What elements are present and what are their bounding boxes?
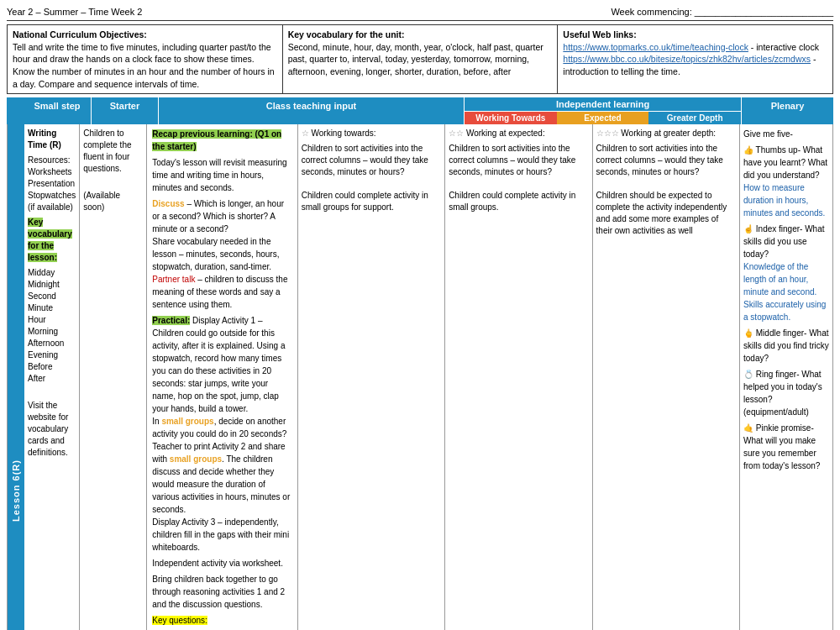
plenary-intro: Give me five-: [743, 128, 829, 140]
plenary-index-link: Knowledge of the length of an hour, minu…: [743, 262, 826, 322]
recap-label: Recap previous learning: (Q1 on the star…: [152, 129, 281, 151]
partner-label: Partner talk: [152, 275, 195, 284]
header-expected: Expected: [557, 112, 649, 124]
bring-back: Bring children back together to go throu…: [152, 573, 291, 611]
header-small-step: Small step: [24, 97, 91, 124]
header-starter: Starter: [91, 97, 158, 124]
depth-detail: Children to sort activities into the cor…: [596, 143, 736, 237]
plenary-middle: 🖕 Middle finger-: [743, 328, 806, 338]
starter-text: Children to complete the fluent in four …: [83, 128, 143, 175]
vocab-label: Key vocabulary for the lesson:: [28, 218, 72, 262]
practical-label: Practical:: [152, 316, 190, 325]
vocab-list: Midday Midnight Second Minute Hour Morni…: [28, 267, 76, 385]
starter-column: Children to complete the fluent in four …: [80, 124, 147, 630]
teaching-column: Recap previous learning: (Q1 on the star…: [147, 124, 297, 630]
working-detail: Children to sort activities into the cor…: [302, 143, 441, 213]
curriculum-title: National Curriculum Objectives:: [13, 29, 147, 39]
depth-column: ☆☆☆ Working at greater depth: Children t…: [593, 124, 740, 630]
plenary-pinkie-q: What will you make sure you remember fro…: [743, 436, 820, 470]
vocab-text: Second, minute, hour, day, month, year, …: [288, 42, 543, 76]
weblinks-cell: Useful Web links: https://www.topmarks.c…: [558, 25, 832, 93]
vocabulary-cell: Key vocabulary for the unit: Second, min…: [283, 25, 559, 93]
working-label: Working towards:: [311, 129, 375, 138]
plenary-column: Give me five- 👍 Thumbs up- What have you…: [740, 124, 832, 630]
curriculum-cell: National Curriculum Objectives: Tell and…: [8, 25, 283, 93]
plenary-ring: 💍 Ring finger-: [743, 370, 799, 379]
weblinks-title: Useful Web links:: [563, 29, 636, 39]
weblink1[interactable]: https://www.topmarks.co.uk/time/teaching…: [563, 42, 748, 52]
key-q-label: Key questions:: [152, 616, 207, 625]
plenary-thumb-link: How to measure duration in hours, minute…: [743, 183, 825, 218]
header-depth: Greater Depth: [648, 112, 741, 124]
small-step-column: Writing Time (R) Resources: Worksheets P…: [24, 124, 80, 630]
small-step-title: Writing Time (R): [28, 129, 61, 150]
expected-label: Working at expected:: [466, 129, 545, 138]
weblink1-desc: - interactive clock: [748, 42, 819, 52]
info-row: National Curriculum Objectives: Tell and…: [7, 24, 833, 94]
discuss-label: Discuss: [152, 199, 184, 208]
header-independent: Independent learning: [465, 97, 741, 112]
main-content: Lesson 6(R) Writing Time (R) Resources: …: [7, 124, 833, 630]
header-teaching: Class teaching input: [158, 97, 464, 124]
top-header: Year 2 – Summer – Time Week 2 Week comme…: [7, 7, 833, 21]
practical-text: Display Activity 1 – Children could go o…: [152, 316, 290, 552]
plenary-thumb: 👍 Thumbs up-: [743, 145, 801, 155]
plenary-pinkie: 🤙 Pinkie promise-: [743, 423, 814, 433]
visit-text: Visit the website for vocabulary cards a…: [28, 400, 76, 459]
expected-detail: Children to sort activities into the cor…: [449, 143, 588, 213]
plenary-index: ☝ Index finger-: [743, 224, 802, 234]
working-towards-column: ☆ Working towards: Children to sort acti…: [298, 124, 445, 630]
curriculum-text: Tell and write the time to five minutes,…: [13, 42, 275, 89]
header-left: Year 2 – Summer – Time Week 2: [7, 7, 142, 17]
header-plenary: Plenary: [741, 97, 833, 124]
independent-text: Independent activity via worksheet.: [152, 557, 291, 570]
resources-text: Resources: Worksheets Presentation Stopw…: [28, 155, 76, 213]
starter-available: (Available soon): [83, 190, 143, 213]
intro-text: Today's lesson will revisit measuring ti…: [152, 156, 291, 194]
depth-label: Working at greater depth:: [621, 129, 716, 138]
header-right: Week commencing: _______________________…: [611, 7, 833, 17]
lesson-label: Lesson 6(R): [8, 124, 24, 630]
expected-column: ☆☆ Working at expected: Children to sort…: [445, 124, 592, 630]
column-headers: Small step Starter Class teaching input …: [7, 97, 833, 124]
weblink2[interactable]: https://www.bbc.co.uk/bitesize/topics/zh…: [563, 54, 811, 64]
header-working: Working Towards: [465, 112, 557, 124]
discuss-text: – Which is longer, an hour or a second? …: [152, 199, 284, 271]
vocab-title: Key vocabulary for the unit:: [288, 29, 405, 39]
